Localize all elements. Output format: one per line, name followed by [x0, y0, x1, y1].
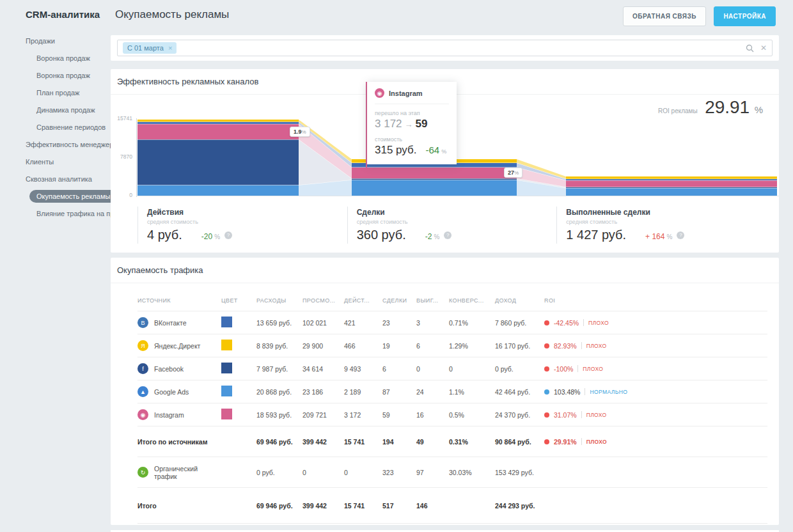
stat-completed-deals: Выполненные сделки средняя стоимость 1 4…: [556, 207, 766, 244]
roi-status-label: ПЛОХО: [588, 320, 609, 326]
roi-status-label: ПЛОХО: [586, 412, 607, 418]
funnel-card: Эффективность рекламных каналов ROI рекл…: [111, 69, 779, 253]
roi-status-dot: [544, 343, 549, 348]
table-cell: 69 946 руб.: [256, 502, 302, 510]
table-cell: [221, 386, 256, 398]
table-cell: 16: [416, 411, 449, 419]
table-cell: 6: [416, 342, 449, 350]
tooltip-stage-label: перешло на этап: [375, 110, 449, 116]
table-cell: 90 864 руб.: [495, 438, 544, 446]
sidebar-item[interactable]: Сравнение периодов: [0, 119, 111, 136]
clear-filter-icon[interactable]: ✕: [760, 43, 767, 52]
roi-cell: 82.93%ПЛОХО: [544, 342, 767, 350]
sidebar-item-active[interactable]: Окупаемость рекламы: [0, 188, 111, 205]
divider: [581, 342, 582, 349]
source-name: Итого по источникам: [137, 438, 207, 446]
sidebar-item[interactable]: План продаж: [0, 84, 111, 102]
column-header: РАСХОДЫ: [256, 297, 302, 304]
source-name: Instagram: [154, 411, 184, 419]
table-cell: 194: [382, 438, 416, 446]
tooltip-flow: 3 172→59: [375, 118, 449, 130]
roi-unit: %: [755, 104, 763, 115]
google-ads-icon: ▲: [137, 386, 148, 397]
filter-card: С 01 марта × ✕: [111, 35, 779, 61]
vk-icon: В: [137, 317, 148, 328]
roi-cell: -42.45%ПЛОХО: [544, 319, 767, 327]
divider: [577, 365, 578, 372]
y-axis-tick: 0: [111, 192, 132, 198]
table-header: ИСТОЧНИКЦВЕТРАСХОДЫПРОСМО...ДЕЙСТ...СДЕЛ…: [137, 290, 767, 311]
table-cell: 7 860 руб.: [495, 319, 544, 327]
roi-label: ROI рекламы: [658, 107, 698, 114]
table-cell: 3: [416, 319, 449, 327]
divider: [585, 388, 585, 395]
sidebar-item[interactable]: Клиенты: [0, 153, 111, 171]
info-icon[interactable]: ?: [444, 231, 451, 239]
topbar-actions: ОБРАТНАЯ СВЯЗЬ НАСТРОЙКА: [623, 6, 776, 26]
table-cell: 87: [382, 388, 416, 396]
feedback-button[interactable]: ОБРАТНАЯ СВЯЗЬ: [623, 6, 706, 26]
settings-button[interactable]: НАСТРОЙКА: [714, 6, 776, 26]
sidebar-item[interactable]: Динамика продаж: [0, 102, 111, 119]
table-cell: 517: [382, 502, 416, 510]
table-cell: [221, 409, 256, 421]
divider: [581, 411, 582, 418]
table-cell: 24: [416, 388, 449, 396]
sidebar-item[interactable]: Сквозная аналитика: [0, 171, 111, 188]
conversion-badge-2: 27%: [504, 168, 522, 178]
sidebar-item[interactable]: Воронка продаж: [0, 67, 111, 84]
tooltip-cost: 315 руб. -64 %: [375, 144, 449, 157]
source-name: Яндекс.Директ: [154, 342, 200, 350]
column-header: ИСТОЧНИК: [137, 297, 221, 304]
sidebar-item[interactable]: Воронка продаж: [0, 50, 111, 67]
tooltip-cost-label: стоимость: [375, 136, 449, 143]
table-cell: 146: [416, 502, 449, 510]
info-icon[interactable]: ?: [224, 231, 232, 239]
table-cell: 29 900: [302, 342, 344, 350]
source-name: ВКонтакте: [154, 319, 187, 327]
filter-tag-label: С 01 марта: [127, 44, 164, 52]
roi-value: 103.48%: [554, 388, 580, 396]
table-cell: 15 741: [344, 502, 382, 510]
source-cell: fFacebook: [137, 363, 221, 374]
table-cell: 0: [344, 469, 382, 476]
column-header: ROI: [544, 297, 767, 304]
funnel-chart[interactable]: 1.9% 27%: [136, 118, 779, 198]
roi-summary: ROI рекламы 29.91 %: [658, 97, 763, 118]
table-cell: 0 руб.: [256, 469, 302, 476]
table-cell: 0.71%: [449, 319, 495, 327]
sidebar-item[interactable]: Продажи: [0, 33, 111, 50]
column-header: ЦВЕТ: [221, 297, 256, 304]
table-cell: 42 464 руб.: [495, 388, 544, 396]
sidebar-item[interactable]: Эффективность менеджер...: [0, 136, 111, 153]
roi-status-label: ПЛОХО: [586, 343, 607, 349]
source-cell: ◉Instagram: [137, 409, 221, 420]
traffic-card: Окупаемость трафика ИСТОЧНИКЦВЕТРАСХОДЫП…: [111, 258, 779, 525]
table-cell: 20 868 руб.: [256, 388, 302, 396]
tag-close-icon[interactable]: ×: [168, 44, 172, 52]
column-header: ВЫИГ...: [416, 297, 449, 304]
roi-status-label: ПЛОХО: [583, 366, 603, 372]
color-swatch: [221, 409, 232, 419]
source-cell: ВВКонтакте: [137, 317, 221, 328]
filter-input[interactable]: С 01 марта × ✕: [117, 40, 773, 56]
y-axis-tick: 15741: [111, 115, 132, 121]
organic-traffic-icon: ↻: [137, 467, 148, 478]
sidebar-item[interactable]: Влияние трафика на пр...: [0, 205, 111, 223]
filter-tag[interactable]: С 01 марта ×: [123, 42, 177, 54]
color-swatch: [221, 386, 232, 396]
divider: [583, 319, 584, 326]
roi-status-dot: [544, 366, 549, 372]
roi-value: 29.91%: [554, 438, 577, 446]
table-row: ЯЯндекс.Директ8 839 руб.29 9004661961.29…: [137, 334, 767, 357]
table-cell: 30.03%: [449, 469, 495, 476]
column-header: ПРОСМО...: [302, 297, 344, 304]
topbar: Окупаемость рекламы ОБРАТНАЯ СВЯЗЬ НАСТР…: [111, 0, 779, 35]
source-cell: Итого: [137, 502, 221, 510]
source-cell: ↻Органический трафик: [137, 465, 221, 480]
roi-value: 29.91: [705, 97, 750, 117]
search-icon[interactable]: [746, 44, 754, 52]
source-cell: ▲Google Ads: [137, 386, 221, 397]
info-icon[interactable]: ?: [677, 231, 684, 239]
roi-status-dot: [544, 412, 549, 418]
